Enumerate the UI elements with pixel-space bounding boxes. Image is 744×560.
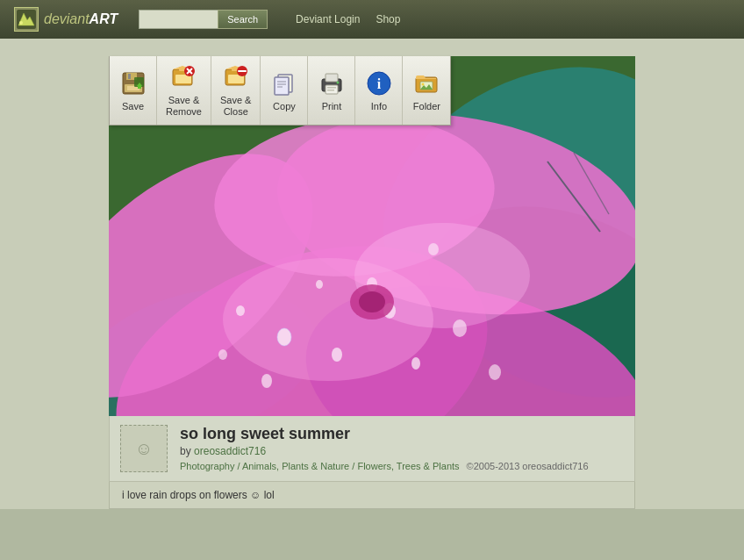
svg-point-60 (489, 364, 501, 380)
thumbnail: ☺ (120, 425, 168, 472)
author-link[interactable]: oreosaddict716 (194, 445, 266, 457)
print-label: Print (322, 101, 342, 112)
info-label: Info (371, 101, 387, 112)
svg-point-61 (316, 280, 323, 289)
by-label: by (180, 445, 191, 457)
search-button[interactable]: Search (218, 10, 268, 29)
main-content: Save (0, 39, 744, 509)
logo-text: deviantART (44, 11, 118, 27)
comment-emoji: ☺ (250, 489, 261, 501)
copy-label: Copy (273, 101, 296, 112)
search-input[interactable] (139, 10, 218, 29)
search-area: Search (139, 10, 268, 29)
svg-rect-32 (327, 87, 336, 89)
cat3-link[interactable]: Flowers, Trees & Plants (357, 461, 459, 471)
info-section: ☺ so long sweet summer by oreosaddict716… (109, 416, 635, 482)
folder-icon (412, 69, 440, 97)
artwork-by: by oreosaddict716 (180, 445, 624, 457)
content-wrapper: Save (100, 56, 644, 509)
copy-button[interactable]: Copy (261, 56, 308, 125)
svg-point-2 (19, 21, 23, 25)
nav-links: Deviant Login Shop (296, 13, 400, 25)
svg-point-40 (422, 83, 425, 85)
svg-rect-5 (128, 74, 131, 79)
toolbar: Save (109, 56, 451, 126)
svg-rect-33 (327, 90, 334, 91)
save-button[interactable]: Save (110, 56, 157, 125)
save-remove-button[interactable]: Save &Remove (157, 56, 211, 125)
save-label: Save (122, 101, 144, 112)
svg-point-62 (218, 349, 227, 360)
logo-icon (14, 7, 39, 32)
save-close-icon (222, 63, 250, 91)
folder-label: Folder (413, 101, 440, 112)
cat2-link[interactable]: Animals, Plants & Nature (242, 461, 349, 471)
svg-point-56 (261, 374, 272, 388)
print-button[interactable]: Print (308, 56, 355, 125)
image-container: Save (109, 56, 635, 416)
svg-text:i: i (377, 76, 382, 91)
header: deviantART Search Deviant Login Shop (0, 0, 744, 39)
login-link[interactable]: Deviant Login (296, 13, 360, 25)
svg-point-65 (359, 291, 385, 312)
artwork-title: so long sweet summer (180, 425, 624, 443)
comment-section: i love rain drops on flowers ☺ lol (109, 482, 635, 509)
svg-point-53 (332, 348, 342, 362)
shop-link[interactable]: Shop (376, 13, 400, 25)
svg-rect-10 (138, 86, 141, 89)
save-icon (119, 69, 147, 97)
save-remove-label: Save &Remove (166, 95, 202, 118)
save-remove-icon (169, 63, 197, 91)
svg-point-58 (236, 305, 245, 316)
svg-rect-25 (275, 77, 289, 95)
svg-point-55 (411, 357, 420, 370)
save-close-label: Save &Close (220, 95, 251, 118)
save-close-button[interactable]: Save &Close (211, 56, 261, 125)
artwork-category: Photography / Animals, Plants & Nature /… (180, 461, 460, 471)
info-icon: i (365, 69, 393, 97)
title-area: so long sweet summer by oreosaddict716 P… (180, 425, 624, 471)
svg-rect-23 (238, 70, 247, 72)
copyright-text: ©2005-2013 oreosaddict716 (467, 461, 589, 471)
svg-point-52 (277, 328, 291, 346)
cat1-link[interactable]: Photography (180, 461, 234, 471)
print-icon (318, 69, 346, 97)
logo-area: deviantART (14, 7, 118, 32)
folder-button[interactable]: Folder (403, 56, 450, 125)
svg-point-63 (428, 243, 439, 255)
svg-point-57 (453, 319, 467, 337)
svg-rect-30 (326, 74, 338, 82)
svg-point-34 (336, 81, 339, 83)
copy-icon (270, 69, 298, 97)
info-button[interactable]: i Info (355, 56, 403, 125)
comment-suffix: lol (264, 489, 275, 501)
comment-text: i love rain drops on flowers (122, 489, 247, 501)
